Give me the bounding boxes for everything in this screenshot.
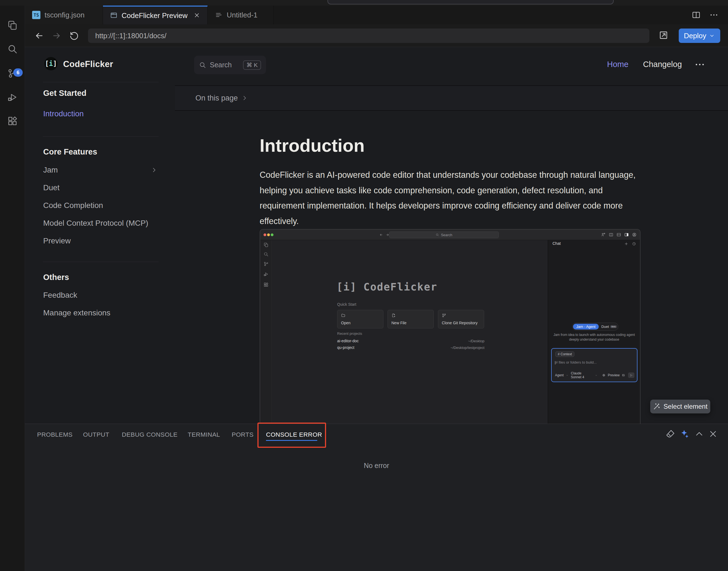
mini-chat-title: Chat	[553, 241, 561, 246]
mini-chat-placeholder: |# files or folders to build...	[555, 360, 597, 364]
tab-untitled[interactable]: Untitled-1	[207, 6, 274, 24]
select-element-label: Select element	[664, 403, 708, 411]
mini-new-file-button: New File	[388, 310, 434, 328]
search-kbd-hint: ⌘ K	[243, 61, 261, 70]
logo-i: i	[49, 60, 53, 68]
clear-panel-icon[interactable]	[666, 429, 676, 439]
panel-tab-debug-console[interactable]: DEBUG CONSOLE	[122, 431, 178, 438]
sidebar-item-preview[interactable]: Preview	[43, 236, 71, 245]
mini-chat-actions	[624, 242, 636, 246]
traffic-light-minimize	[267, 233, 270, 236]
mini-context-toolbar: Agent Claude Sonnet 4 Preview	[555, 371, 634, 379]
sidebar-item-manage-extensions[interactable]: Manage extensions	[43, 309, 111, 317]
active-tab-underline	[266, 440, 317, 441]
more-actions-icon[interactable]	[709, 10, 719, 20]
mini-open-button: Open	[337, 310, 383, 328]
panel-tab-terminal[interactable]: TERMINAL	[188, 431, 220, 438]
open-external-icon[interactable]	[658, 30, 669, 40]
mini-split-rows-icon	[616, 232, 621, 237]
folder-icon	[341, 313, 345, 318]
mini-back-icon	[379, 233, 383, 237]
explorer-icon[interactable]	[7, 20, 18, 30]
close-tab-icon[interactable]	[193, 12, 200, 19]
new-file-icon	[392, 313, 396, 318]
sidebar-heading-others: Others	[43, 273, 69, 282]
mini-panel-icon	[624, 232, 629, 237]
url-input[interactable]: http://[::1]:18001/docs/	[88, 28, 649, 43]
mini-mode-toggle: Jam - Agent Duet Beta	[572, 323, 618, 331]
docs-search-button[interactable]: Search ⌘ K	[194, 55, 266, 74]
search-label: Search	[210, 61, 232, 69]
panel-tab-ports[interactable]: PORTS	[232, 431, 254, 438]
mini-open-label: Open	[341, 321, 380, 325]
chevron-right-icon	[241, 94, 248, 102]
tab-label: tsconfig.json	[44, 11, 85, 19]
reload-icon[interactable]	[68, 30, 79, 41]
forward-icon[interactable]	[51, 30, 62, 41]
mini-scm-icon	[264, 261, 269, 266]
docs-more-icon[interactable]	[695, 63, 705, 67]
chevron-right-icon	[151, 166, 158, 174]
sidebar-item-code-completion[interactable]: Code Completion	[43, 201, 103, 210]
extensions-icon[interactable]	[7, 116, 18, 126]
tab-codeflicker-preview[interactable]: CodeFlicker Preview	[103, 6, 207, 24]
page-title: Introduction	[260, 135, 365, 156]
panel-tab-console-error[interactable]: CONSOLE ERROR	[266, 431, 322, 438]
panel-tab-output[interactable]: OUTPUT	[83, 431, 109, 438]
sidebar-item-duet[interactable]: Duet	[43, 183, 59, 192]
sidebar-item-mcp[interactable]: Model Context Protocol (MCP)	[43, 219, 148, 228]
placeholder-text: # files or folders to build...	[556, 360, 596, 364]
mini-codeflicker-logo: [i] CodeFlicker	[336, 281, 437, 293]
send-icon	[630, 374, 633, 377]
recent-path: ~/Desktop	[468, 339, 484, 343]
command-palette[interactable]	[327, 0, 614, 4]
mini-activity-bar	[260, 240, 272, 424]
history-icon	[632, 242, 636, 246]
deploy-button[interactable]: Deploy	[679, 28, 720, 43]
maximize-panel-icon[interactable]	[694, 429, 704, 439]
split-editor-icon[interactable]	[692, 10, 701, 20]
tab-label: CodeFlicker Preview	[122, 11, 187, 20]
chevron-down-icon	[566, 374, 568, 377]
ai-sparkles-icon[interactable]	[680, 429, 690, 439]
mini-send-button	[628, 372, 634, 378]
search-icon[interactable]	[7, 44, 18, 54]
embedded-screenshot: Search	[260, 229, 640, 424]
mini-chat-description: Jam from idea to launch with autonomous …	[551, 333, 637, 342]
panel-tab-problems[interactable]: PROBLEMS	[37, 431, 72, 438]
recent-name: ai-editor-doc	[337, 339, 359, 343]
back-icon[interactable]	[34, 30, 44, 41]
tab-tsconfig[interactable]: TS tsconfig.json	[25, 6, 103, 24]
sidebar-item-introduction[interactable]: Introduction	[43, 109, 84, 118]
mini-recent-projects-label: Recent projects	[337, 332, 362, 336]
mini-jam-agent-pill: Jam - Agent	[573, 324, 599, 330]
mini-agent-select: Agent	[555, 373, 564, 377]
mini-search-bar: Search	[389, 231, 499, 238]
mini-quick-start-label: Quick Start	[337, 302, 356, 307]
run-debug-icon[interactable]	[7, 92, 18, 102]
chevron-down-icon	[595, 374, 597, 377]
plus-icon	[624, 242, 628, 246]
mini-beta-badge: Beta	[610, 325, 617, 328]
sidebar-heading-core-features: Core Features	[43, 147, 97, 156]
sidebar-item-feedback[interactable]: Feedback	[43, 291, 77, 300]
sidebar-item-jam[interactable]: Jam	[43, 165, 158, 175]
sidebar-heading-get-started: Get Started	[43, 89, 86, 98]
mini-search-icon	[264, 252, 269, 257]
editor-tabbar: TS tsconfig.json CodeFlicker Preview Unt…	[25, 6, 728, 24]
mini-welcome-area: [i] CodeFlicker Quick Start Open New Fil…	[272, 240, 549, 424]
titlebar	[0, 0, 728, 6]
intro-paragraph: CodeFlicker is an AI-powered code editor…	[260, 167, 640, 229]
close-panel-icon[interactable]	[708, 429, 718, 439]
mini-duet-label: Duet	[601, 325, 609, 329]
url-text: http://[::1]:18001/docs/	[95, 31, 166, 40]
file-icon	[215, 11, 223, 19]
nav-link-home[interactable]: Home	[607, 60, 628, 69]
sidebar-divider	[43, 262, 159, 262]
mini-chat-panel: Chat Jam - Agent Duet Beta Jam from idea…	[548, 240, 640, 424]
nav-link-changelog[interactable]: Changelog	[643, 60, 682, 69]
select-element-button[interactable]: Select element	[650, 399, 710, 414]
typescript-file-icon: TS	[32, 11, 40, 19]
on-this-page-bar[interactable]: On this page	[175, 85, 728, 111]
logo-bracket: [	[45, 60, 49, 68]
